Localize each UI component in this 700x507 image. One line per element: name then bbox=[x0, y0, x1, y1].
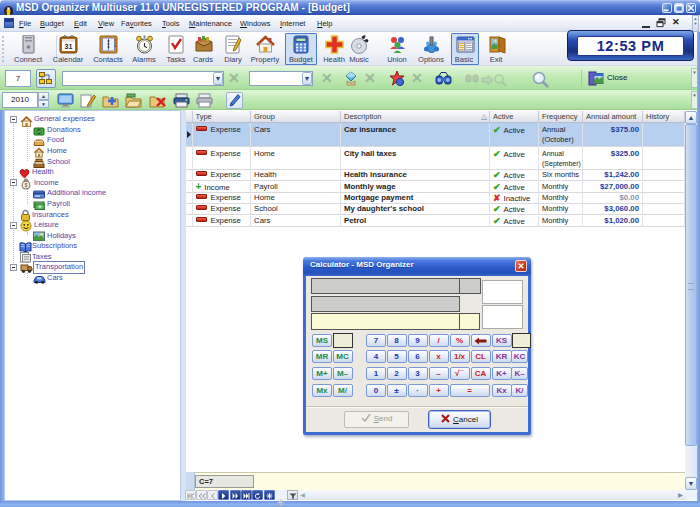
svg-text:$: $ bbox=[24, 182, 27, 188]
svg-text:31: 31 bbox=[65, 43, 73, 50]
